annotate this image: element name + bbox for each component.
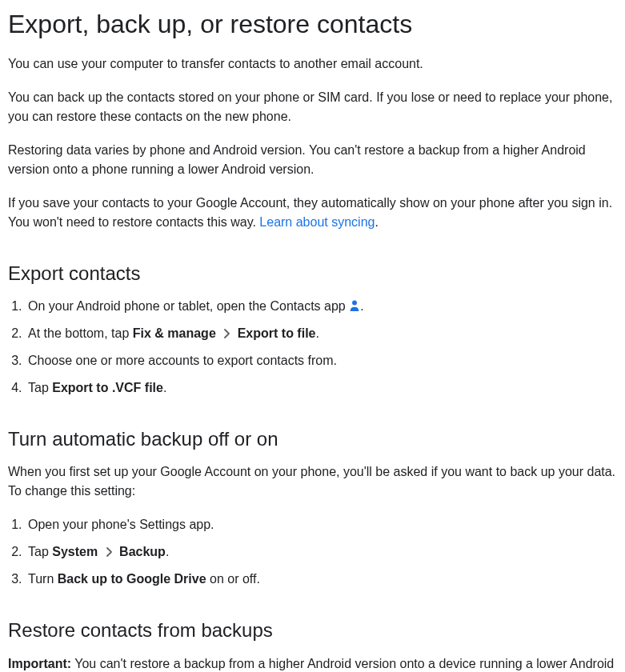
export-steps: On your Android phone or tablet, open th…: [8, 297, 617, 398]
export-step1-text-a: On your Android phone or tablet, open th…: [28, 299, 349, 313]
backup-intro: When you first set up your Google Accoun…: [8, 462, 617, 501]
chevron-right-icon: [105, 547, 113, 557]
backup-heading: Turn automatic backup off or on: [8, 426, 617, 451]
backup-step3-text-c: on or off.: [206, 572, 260, 586]
svg-point-0: [352, 300, 357, 305]
backup-step3-bold: Back up to Google Drive: [58, 572, 206, 586]
restore-important-text: You can't restore a backup from a higher…: [8, 657, 614, 672]
intro-paragraph-4: If you save your contacts to your Google…: [8, 194, 617, 232]
export-heading: Export contacts: [8, 261, 617, 286]
learn-syncing-link[interactable]: Learn about syncing: [259, 215, 375, 229]
restore-heading: Restore contacts from backups: [8, 618, 617, 642]
important-label: Important:: [8, 657, 71, 670]
intro-p4-text-b: .: [375, 215, 378, 229]
export-step2-text-a: At the bottom, tap: [28, 326, 133, 340]
backup-step2-bold-1: System: [52, 545, 98, 558]
export-step2-bold-1: Fix & manage: [133, 326, 216, 340]
export-step2-text-d: .: [315, 326, 319, 340]
export-step4-text-a: Tap: [28, 381, 52, 394]
export-step4-text-c: .: [163, 381, 166, 394]
export-step-1: On your Android phone or tablet, open th…: [26, 297, 617, 316]
chevron-right-icon: [222, 329, 230, 338]
intro-paragraph-3: Restoring data varies by phone and Andro…: [8, 141, 617, 179]
backup-step3-text-a: Turn: [28, 572, 58, 586]
backup-step2-text-a: Tap: [28, 545, 52, 558]
export-step-3: Choose one or more accounts to export co…: [26, 351, 617, 370]
export-step-2: At the bottom, tap Fix & manage Export t…: [26, 324, 617, 343]
intro-paragraph-2: You can back up the contacts stored on y…: [8, 88, 617, 126]
backup-step-2: Tap System Backup.: [26, 542, 617, 562]
backup-steps: Open your phone's Settings app. Tap Syst…: [8, 515, 617, 589]
restore-important: Important: You can't restore a backup fr…: [8, 654, 617, 672]
backup-step-1: Open your phone's Settings app.: [26, 515, 617, 534]
backup-step2-text-d: .: [166, 545, 169, 558]
backup-step2-bold-2: Backup: [119, 545, 166, 558]
contacts-app-icon: [349, 299, 360, 312]
export-step1-text-b: .: [360, 299, 363, 313]
export-step2-bold-2: Export to file: [238, 326, 316, 340]
page-title: Export, back up, or restore contacts: [8, 8, 617, 40]
export-step4-bold: Export to .VCF file: [52, 381, 163, 394]
intro-paragraph-1: You can use your computer to transfer co…: [8, 54, 617, 74]
export-step-4: Tap Export to .VCF file.: [26, 378, 617, 398]
backup-step-3: Turn Back up to Google Drive on or off.: [26, 570, 617, 589]
